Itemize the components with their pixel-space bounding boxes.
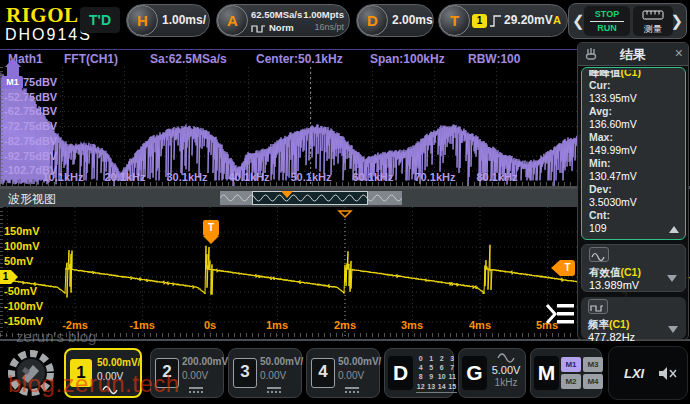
stop-run-button[interactable]: STOP RUN [584, 6, 630, 36]
math-button[interactable]: M M1 M3 M2 M4 [530, 348, 602, 398]
delay-knob-icon[interactable]: D [357, 5, 388, 36]
horizontal-scale-value: 1.00ms/ [162, 5, 206, 36]
dbv-label: -92.75dBV [4, 150, 57, 162]
trigger-position-label: T [203, 220, 219, 236]
rms-card-title: 有效值(C1) [589, 266, 678, 279]
mv-label: 50mV [4, 255, 33, 267]
digital-channel-grid: 0123456789101112131415 [416, 354, 457, 393]
acquisition-knob-icon[interactable]: A [217, 5, 248, 36]
digit-label: 2 [437, 354, 447, 363]
toolbar-prev-arrow[interactable]: ❮ [572, 12, 585, 30]
toolbar-group: ❮ STOP RUN 测量 ❯ [568, 3, 687, 39]
digit-label: 4 [416, 363, 426, 372]
stop-label: STOP [590, 7, 624, 22]
model-number: DHO914S [5, 26, 92, 44]
math1-badge[interactable]: M1 [2, 76, 23, 89]
horizontal-scale-button[interactable]: H 1.00ms/ [126, 4, 210, 37]
stat-value: 133.95mV [589, 92, 678, 105]
measurement-card-rms[interactable]: 有效值(C1) 13.989mV [581, 244, 686, 292]
delay-button[interactable]: D 2.00ms [356, 4, 434, 37]
freq-label: 60.1kHz [349, 171, 397, 183]
lxi-panel[interactable]: LXI [608, 346, 688, 400]
dbv-label: -72.75dBV [4, 120, 57, 132]
ch1-ground-marker-label: 1 [0, 270, 11, 284]
math-info-bar[interactable]: Math1 FFT(CH1) Sa:62.5MSa/s Center:50.1k… [0, 49, 578, 68]
watermark-text: zerun's blog [16, 328, 96, 345]
ruler-icon [642, 10, 664, 20]
trigger-status-badge: T'D [80, 7, 120, 33]
channel-4-offset: 0.00V [338, 370, 364, 381]
freq-label: 30.1kHz [163, 171, 211, 183]
freq-label: 40.1kHz [225, 171, 273, 183]
square-wave-icon [251, 23, 266, 34]
freq-card-title: 频率(C1) [588, 318, 679, 331]
dbv-label: -62.75dBV [4, 105, 57, 117]
stat-value: 3.5030mV [589, 196, 678, 209]
channel-2-offset: 0.00V [182, 370, 208, 381]
trigger-level-tip [551, 260, 560, 276]
math-slot-m2: M2 [561, 374, 581, 389]
digit-label: 3 [448, 354, 458, 363]
measurement-card-freq[interactable]: 频率(C1) 477.82Hz [581, 297, 686, 339]
digital-channels-button[interactable]: D 0123456789101112131415 [384, 348, 454, 398]
channel-4-button[interactable]: 4 50.00mV/ 0.00V [306, 348, 380, 398]
mv-label: -50mV [4, 285, 37, 297]
trigger-button[interactable]: T 1 29.20mV A [438, 4, 568, 37]
digit-label: 12 [416, 382, 426, 391]
delay-value: 2.00ms [392, 5, 433, 36]
math-rbw: RBW:100 [468, 52, 520, 66]
trigger-source-badge: 1 [472, 14, 487, 28]
menu-collapse-icon[interactable] [544, 301, 576, 327]
generator-badge: G [462, 356, 487, 390]
acquisition-mode: Norm [269, 22, 294, 33]
results-panel-header[interactable]: 结果 × [578, 43, 688, 66]
math-sample-rate: Sa:62.5MSa/s [150, 52, 227, 66]
speaker-muted-icon[interactable] [657, 365, 679, 382]
scrollbar-trigger-marker[interactable] [281, 191, 293, 198]
channel-3-button[interactable]: 3 50.00mV/ 0.00V [228, 348, 302, 398]
measurement-card-peak[interactable]: 峰峰值(C1) Cur: 133.95mV Avg: 136.60mV Max:… [581, 67, 686, 240]
sine-icon [497, 353, 515, 363]
time-label: 3ms [390, 319, 434, 331]
acquisition-button[interactable]: A 62.50MSa/s Norm 1.00Mpts 16ns/pt [216, 4, 350, 37]
toolbar-next-arrow[interactable]: ❯ [670, 12, 683, 30]
digit-label: 15 [448, 382, 458, 391]
rising-edge-icon [490, 14, 502, 28]
channel-3-scale: 50.00mV/ [260, 356, 303, 367]
channel-4-scale: 50.00mV/ [338, 356, 381, 367]
oscilloscope-screen: RIGOL DHO914S T'D H 1.00ms/ A 62.50MSa/s… [0, 0, 690, 404]
digit-label: 5 [427, 363, 437, 372]
collapse-arrow-icon[interactable] [669, 226, 679, 233]
time-label: 4ms [458, 319, 502, 331]
watermark-url: blog.zerun.tech [8, 370, 180, 398]
expand-arrow-icon[interactable] [668, 326, 678, 333]
waveform-view-bar: 波形视图 [0, 189, 578, 207]
math-span: Span:100kHz [370, 52, 445, 66]
math-slot-m1: M1 [561, 357, 581, 372]
horizontal-knob-icon[interactable]: H [127, 5, 158, 36]
stat-label: Avg: [589, 105, 678, 118]
digital-badge: D [388, 356, 413, 390]
time-label: -1ms [120, 319, 164, 331]
trigger-knob-icon[interactable]: T [439, 5, 470, 36]
mv-label: 150mV [4, 225, 39, 237]
expand-arrow-icon[interactable] [667, 275, 677, 282]
generator-frequency: 1kHz [487, 377, 525, 388]
close-icon[interactable]: × [675, 45, 683, 61]
time-label: 0s [188, 319, 232, 331]
rms-measure-icon [589, 247, 609, 262]
mv-label: -150mV [4, 315, 43, 327]
channel-2-scale: 200.00mV/ [182, 356, 231, 367]
stat-label: Cur: [589, 79, 678, 92]
mv-label: -100mV [4, 300, 43, 312]
measure-button[interactable]: 测量 [633, 6, 673, 36]
generator-button[interactable]: G 5.00V 1kHz [458, 348, 526, 398]
memory-depth: 1.00Mpts [303, 9, 344, 20]
time-label: 1ms [255, 319, 299, 331]
dc-coupling-icon [189, 387, 203, 393]
math-slot-m4: M4 [583, 374, 603, 389]
math1-offset-arrow-icon[interactable] [5, 58, 21, 67]
channel-3-offset: 0.00V [260, 370, 286, 381]
waveform-scrollbar[interactable] [220, 191, 402, 205]
freq-label: 50.1kHz [287, 171, 335, 183]
